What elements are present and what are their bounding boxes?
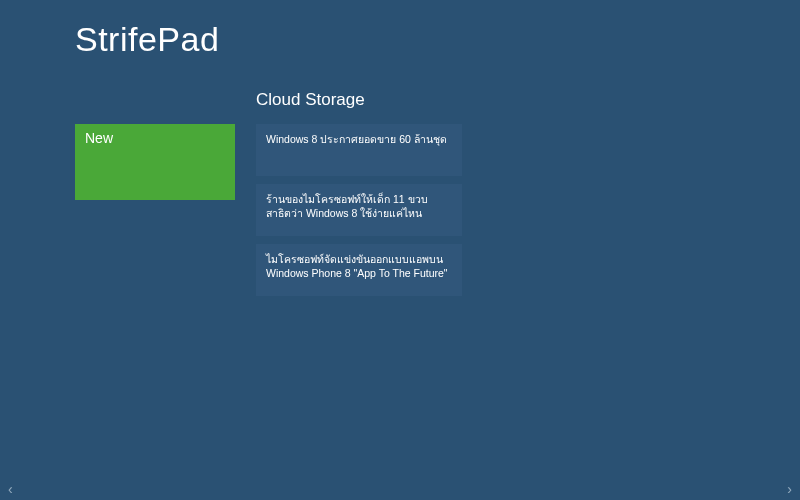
list-item-title: ร้านของไมโครซอฟท์ให้เด็ก 11 ขวบสาธิตว่า … bbox=[266, 193, 428, 219]
app-title: StrifePad bbox=[75, 20, 219, 59]
new-tile-label: New bbox=[85, 130, 113, 146]
list-item-title: Windows 8 ประกาศยอดขาย 60 ล้านชุด bbox=[266, 133, 447, 145]
list-item-title: ไมโครซอฟท์จัดแข่งขันออกแบบแอพบน Windows … bbox=[266, 253, 448, 279]
new-tile[interactable]: New bbox=[75, 124, 235, 200]
list-item[interactable]: Windows 8 ประกาศยอดขาย 60 ล้านชุด bbox=[256, 124, 462, 176]
section-title-cloud-storage: Cloud Storage bbox=[256, 90, 365, 110]
cloud-storage-list: Windows 8 ประกาศยอดขาย 60 ล้านชุด ร้านขอ… bbox=[256, 124, 462, 304]
list-item[interactable]: ไมโครซอฟท์จัดแข่งขันออกแบบแอพบน Windows … bbox=[256, 244, 462, 296]
chevron-left-icon[interactable]: ‹ bbox=[8, 482, 13, 496]
chevron-right-icon[interactable]: › bbox=[787, 482, 792, 496]
list-item[interactable]: ร้านของไมโครซอฟท์ให้เด็ก 11 ขวบสาธิตว่า … bbox=[256, 184, 462, 236]
